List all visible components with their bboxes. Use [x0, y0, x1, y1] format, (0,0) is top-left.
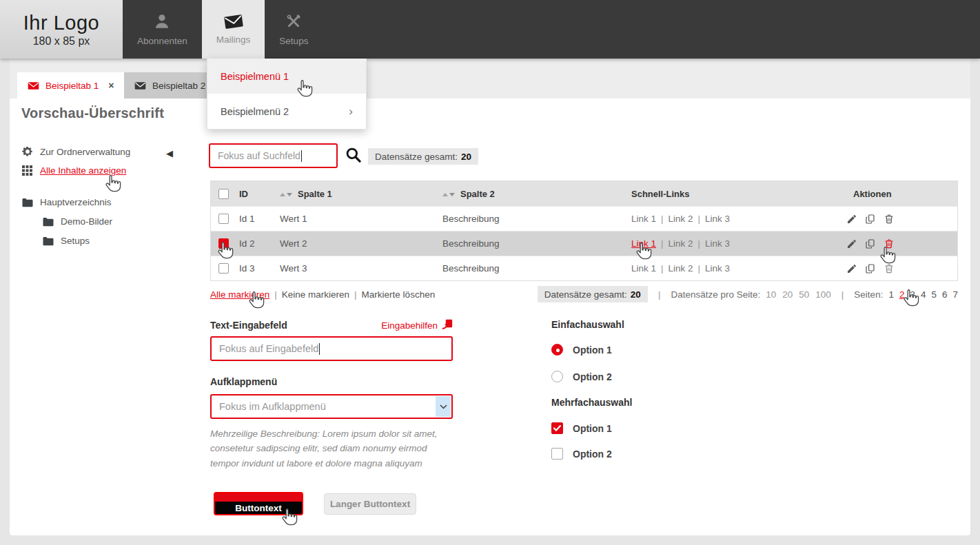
column-header-id: ID [236, 189, 280, 199]
edit-icon[interactable] [846, 238, 857, 249]
page-6[interactable]: 6 [942, 289, 948, 300]
checkbox-checked-icon[interactable] [551, 422, 563, 434]
copy-icon[interactable] [865, 238, 876, 249]
delete-selected-link[interactable]: Markierte löschen [362, 289, 436, 300]
delete-icon-hover[interactable] [884, 238, 895, 249]
text-input-field[interactable]: Fokus auf Eingabefeld [210, 336, 453, 361]
radio-unchecked-icon[interactable] [551, 371, 563, 382]
page-1[interactable]: 1 [888, 289, 894, 300]
tab-beispieltab-2[interactable]: Beispieltab 2 [124, 72, 216, 99]
dropdown-item-beispielmenu-1[interactable]: Beispielmenü 1 [207, 59, 366, 94]
nav-item-label: Abonnenten [137, 36, 187, 46]
records-total-label: Datensätze gesamt: [375, 152, 458, 162]
sidebar-folder-hauptverzeichnis[interactable]: Hauptverzeichnis [21, 197, 112, 207]
edit-icon[interactable] [846, 214, 857, 225]
text-field-label-row: Text-Eingabefeld Eingabehilfen [210, 318, 453, 332]
select-all-link[interactable]: Alle markieren [210, 289, 269, 300]
sidebar-folder-setups[interactable]: Setups [21, 236, 90, 246]
delete-icon[interactable] [884, 263, 895, 274]
quick-link-1[interactable]: Link 1 [631, 263, 656, 274]
eingabehilfen-link[interactable]: Eingabehilfen [381, 318, 453, 332]
page-4[interactable]: 4 [921, 289, 926, 300]
quick-link-1[interactable]: Link 1 [631, 214, 656, 224]
radio-option-2[interactable]: Option 2 [551, 371, 612, 382]
column-header-schnell-links: Schnell-Links [624, 189, 838, 199]
cell-spalte-1: Wert 3 [280, 263, 442, 274]
dropdown-select[interactable]: Fokus im Aufklappmenü [210, 394, 453, 419]
quick-link-3[interactable]: Link 3 [705, 263, 730, 274]
close-icon[interactable]: × [108, 80, 114, 91]
column-header-spalte-1[interactable]: Spalte 1 [280, 189, 442, 199]
primary-button[interactable]: Buttontext [214, 492, 303, 515]
quick-link-3[interactable]: Link 3 [705, 214, 730, 224]
nav-item-setups[interactable]: Setups [265, 0, 323, 59]
tab-label: Beispieltab 2 [152, 81, 205, 91]
multiline-description: Mehrzeilige Beschreibung: Lorem ipsum do… [210, 426, 456, 471]
nav-item-abonnenten[interactable]: Abonnenten [123, 0, 202, 59]
search-icon[interactable] [345, 147, 362, 166]
per-page-10[interactable]: 10 [766, 289, 776, 300]
sort-icon[interactable] [442, 193, 455, 196]
sidebar-item-alle-inhalte[interactable]: Alle Inhalte anzeigen [21, 165, 126, 176]
nav-item-mailings[interactable]: Mailings [202, 0, 265, 59]
edit-icon[interactable] [846, 263, 857, 274]
content-window: Beispieltab 1 × Beispieltab 2 Vorschau-Ü… [10, 59, 970, 535]
radio-option-label: Option 1 [573, 345, 612, 356]
per-page-options: 10 20 50 100 [766, 289, 831, 300]
radio-checked-icon[interactable] [551, 344, 563, 356]
quick-link-2[interactable]: Link 2 [668, 263, 693, 274]
row-checkbox[interactable] [218, 214, 229, 224]
quick-link-3[interactable]: Link 3 [705, 238, 730, 249]
page-7[interactable]: 7 [952, 289, 958, 300]
row-checkbox-checked[interactable] [218, 238, 229, 249]
page-3[interactable]: 3 [910, 289, 915, 300]
dropdown-item-label: Beispielmenü 1 [221, 71, 289, 82]
copy-icon[interactable] [865, 214, 876, 225]
select-all-checkbox[interactable] [218, 189, 229, 199]
page-5[interactable]: 5 [931, 289, 937, 300]
radio-group-label: Einfachauswahl [551, 319, 624, 330]
table-row: Id 3 Wert 3 Beschreibung Link 1|Link 2|L… [211, 256, 957, 280]
page-2-current[interactable]: 2 [899, 289, 905, 300]
page-numbers: 1 2 3 4 5 6 7 [888, 289, 958, 300]
search-input-value: Fokus auf Suchfeld [218, 150, 300, 161]
checkbox-option-1[interactable]: Option 1 [551, 422, 612, 434]
select-value: Fokus im Aufklappmenü [219, 401, 326, 412]
checkbox-unchecked-icon[interactable] [551, 448, 563, 460]
data-table: ID Spalte 1 Spalte 2 Schnell-Links Aktio… [210, 181, 958, 281]
cell-id: Id 1 [236, 214, 280, 224]
folder-icon [42, 217, 54, 227]
folder-icon [21, 198, 33, 207]
per-page-20[interactable]: 20 [782, 289, 793, 300]
radio-option-1[interactable]: Option 1 [551, 344, 612, 356]
gear-icon [21, 146, 33, 157]
delete-icon[interactable] [884, 214, 895, 225]
row-checkbox[interactable] [218, 263, 229, 274]
grid-icon [21, 165, 33, 176]
sidebar-folder-demo-bilder[interactable]: Demo-Bilder [21, 216, 112, 227]
text-caret [301, 150, 302, 162]
select-none-link[interactable]: Keine markieren [282, 289, 349, 300]
envelope-icon [28, 81, 39, 90]
cell-id: Id 2 [236, 238, 280, 249]
checkbox-option-2[interactable]: Option 2 [551, 448, 612, 460]
sidebar-item-ordnerverwaltung[interactable]: Zur Ordnerverwaltung [21, 146, 130, 157]
quick-link-2[interactable]: Link 2 [668, 238, 693, 249]
per-page-100[interactable]: 100 [815, 289, 831, 300]
cell-schnell-links: Link 1|Link 2|Link 3 [624, 263, 838, 274]
logo-title: Ihr Logo [23, 12, 99, 34]
secondary-button[interactable]: Langer Buttontext [324, 493, 416, 515]
column-header-spalte-2[interactable]: Spalte 2 [442, 189, 624, 199]
tab-beispieltab-1[interactable]: Beispieltab 1 × [17, 72, 125, 99]
per-page-50[interactable]: 50 [799, 289, 809, 300]
quick-link-2[interactable]: Link 2 [668, 214, 693, 224]
search-input[interactable]: Fokus auf Suchfeld [209, 143, 338, 168]
copy-icon[interactable] [865, 263, 876, 274]
dropdown-item-beispielmenu-2[interactable]: Beispielmenü 2 › [207, 94, 366, 129]
sort-icon[interactable] [280, 193, 292, 196]
quick-link-1-hover[interactable]: Link 1 [631, 238, 656, 249]
collapse-icon[interactable]: ◀ [166, 148, 173, 158]
chevron-down-icon[interactable] [436, 396, 451, 417]
submenu-chevron-icon: › [349, 105, 353, 117]
sidebar-item-label: Alle Inhalte anzeigen [40, 165, 126, 176]
